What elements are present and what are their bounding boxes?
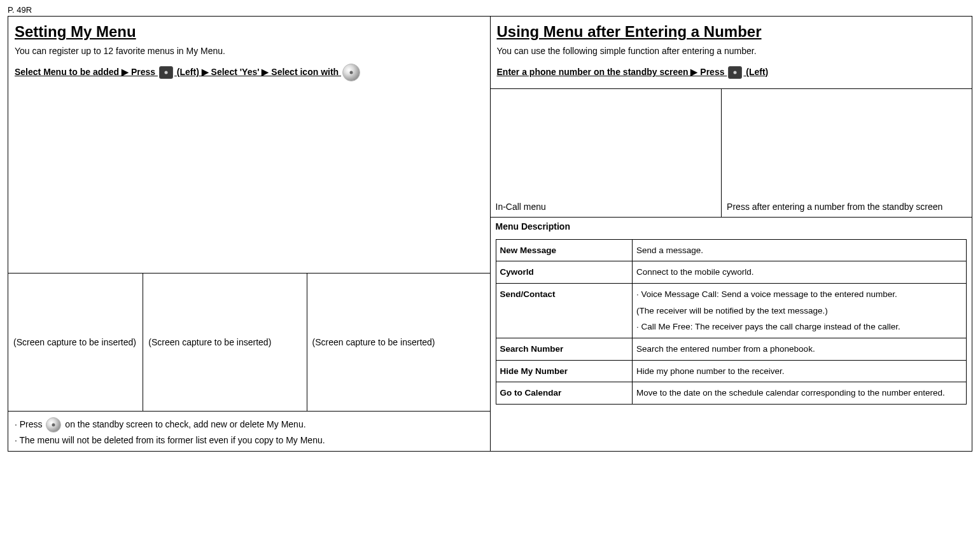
right-heading: Using Menu after Entering a Number	[497, 23, 966, 41]
screencap-3: (Screen capture to be inserted)	[307, 273, 489, 411]
right-instruction: Enter a phone number on the standby scre…	[497, 62, 966, 82]
instr-pre: Enter a phone number on the standby scre…	[497, 67, 727, 77]
table-row: New Message Send a message.	[496, 239, 967, 261]
left-heading: Setting My Menu	[15, 23, 484, 41]
press-after-cell: Press after entering a number from the s…	[722, 88, 972, 217]
table-row: Cyworld Connect to the mobile cyworld.	[496, 261, 967, 284]
left-column: Setting My Menu You can register up to 1…	[8, 17, 491, 452]
menu-val: Hide my phone number to the receiver.	[632, 360, 966, 382]
nav-orb-icon	[342, 64, 360, 81]
menu-val: · Voice Message Call: Send a voice messa…	[632, 284, 966, 338]
instr-part2: (Left) ▶ Select 'Yes' ▶ Select icon with	[177, 67, 341, 77]
left-notes: · Press on the standby screen to check, …	[8, 412, 490, 451]
menu-desc-title: Menu Description	[491, 217, 972, 239]
menu-val: Search the entered number from a phonebo…	[632, 338, 966, 361]
menu-desc-table: New Message Send a message. Cyworld Conn…	[496, 239, 967, 405]
table-row: Go to Calendar Move to the date on the s…	[496, 382, 967, 405]
screencap-1: (Screen capture to be inserted)	[8, 273, 143, 411]
instr-post: (Left)	[746, 67, 768, 77]
menu-key: Hide My Number	[496, 360, 632, 382]
left-desc: You can register up to 12 favorite menus…	[15, 46, 484, 56]
left-instruction: Select Menu to be added ▶ Press (Left) ▶…	[15, 62, 484, 82]
instr-part1: Select Menu to be added ▶ Press	[15, 67, 158, 77]
screenshot-placeholder-table: (Screen capture to be inserted) (Screen …	[8, 273, 490, 412]
menu-key: Search Number	[496, 338, 632, 361]
screencap-2: (Screen capture to be inserted)	[143, 273, 307, 411]
note1-pre: · Press	[15, 419, 45, 429]
left-softkey-icon	[728, 66, 742, 79]
menu-key: New Message	[496, 239, 632, 261]
page-label: P. 49R	[8, 5, 972, 15]
right-column: Using Menu after Entering a Number You c…	[490, 17, 972, 452]
table-row: Hide My Number Hide my phone number to t…	[496, 360, 967, 382]
main-layout-table: Setting My Menu You can register up to 1…	[8, 16, 972, 452]
menu-val: Move to the date on the schedule calenda…	[632, 382, 966, 405]
menu-key: Cyworld	[496, 261, 632, 284]
table-row: Search Number Search the entered number …	[496, 338, 967, 361]
note2: · The menu will not be deleted from its …	[15, 433, 484, 448]
right-desc: You can use the following simple functio…	[497, 46, 966, 56]
right-two-col-table: In-Call menu Press after entering a numb…	[491, 88, 972, 217]
menu-key: Go to Calendar	[496, 382, 632, 405]
table-row: Send/Contact · Voice Message Call: Send …	[496, 284, 967, 338]
menu-key: Send/Contact	[496, 284, 632, 338]
incall-menu-cell: In-Call menu	[491, 88, 722, 217]
menu-val: Connect to the mobile cyworld.	[632, 261, 966, 284]
note1-post: on the standby screen to check, add new …	[65, 419, 305, 429]
nav-orb-icon	[46, 417, 61, 433]
menu-val: Send a message.	[632, 239, 966, 261]
left-softkey-icon	[159, 66, 173, 79]
